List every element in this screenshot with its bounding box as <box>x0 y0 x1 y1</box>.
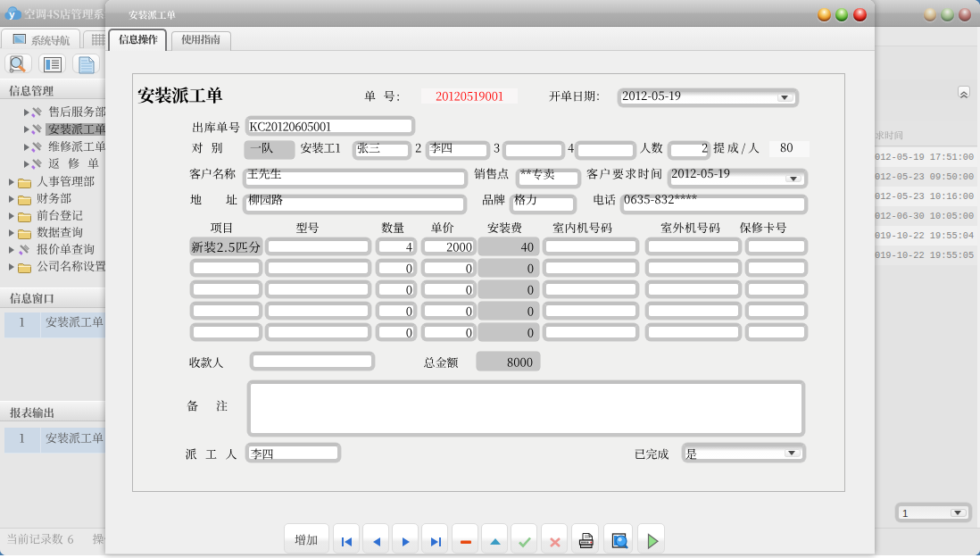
svg-text:y: y <box>9 9 15 20</box>
